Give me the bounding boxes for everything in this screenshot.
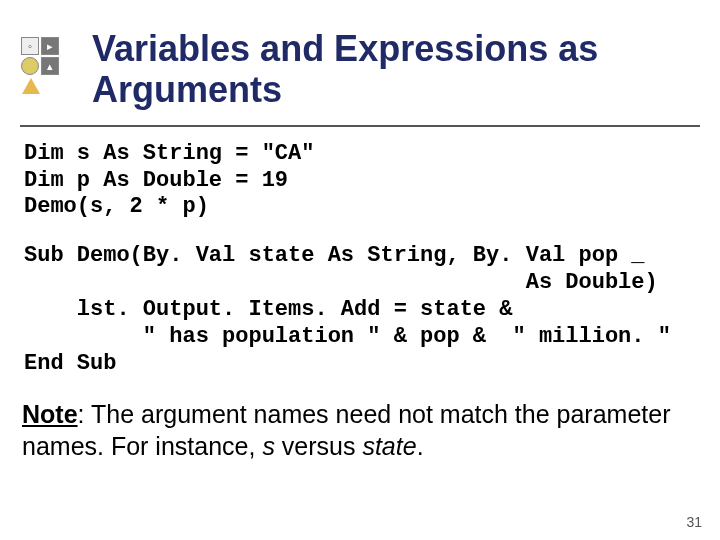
note-em: s [262, 432, 275, 460]
square-icon: ▸ [41, 37, 59, 55]
page-number: 31 [686, 514, 702, 530]
square-icon: ▴ [41, 57, 59, 75]
note-paragraph: Note: The argument names need not match … [22, 399, 698, 462]
square-icon: ◦ [21, 37, 39, 55]
code-block-1: Dim s As String = "CA" Dim p As Double =… [24, 141, 720, 221]
code-line: Sub Demo(By. Val state As String, By. Va… [24, 243, 645, 268]
slide-header: ◦ ▸ ▴ Variables and Expressions as Argum… [0, 0, 720, 119]
code-line: Dim s As String = "CA" [24, 141, 314, 166]
note-lead: Note [22, 400, 78, 428]
slide-title: Variables and Expressions as Arguments [92, 28, 700, 111]
code-line: End Sub [24, 351, 116, 376]
code-line: As Double) [24, 270, 658, 295]
code-line: Demo(s, 2 * p) [24, 194, 209, 219]
code-line: " has population " & pop & " million. " [24, 324, 671, 349]
circle-icon [21, 57, 39, 75]
decorative-icon-cluster: ◦ ▸ ▴ [20, 36, 80, 96]
note-text: . [417, 432, 424, 460]
note-em: state [362, 432, 416, 460]
code-block-2: Sub Demo(By. Val state As String, By. Va… [24, 243, 720, 377]
title-line1: Variables and Expressions as [92, 28, 598, 69]
title-line2: Arguments [92, 69, 282, 110]
triangle-icon [22, 78, 40, 94]
code-line: Dim p As Double = 19 [24, 168, 288, 193]
note-text: versus [275, 432, 363, 460]
code-line: lst. Output. Items. Add = state & [24, 297, 512, 322]
divider [20, 125, 700, 127]
slide: ◦ ▸ ▴ Variables and Expressions as Argum… [0, 0, 720, 540]
